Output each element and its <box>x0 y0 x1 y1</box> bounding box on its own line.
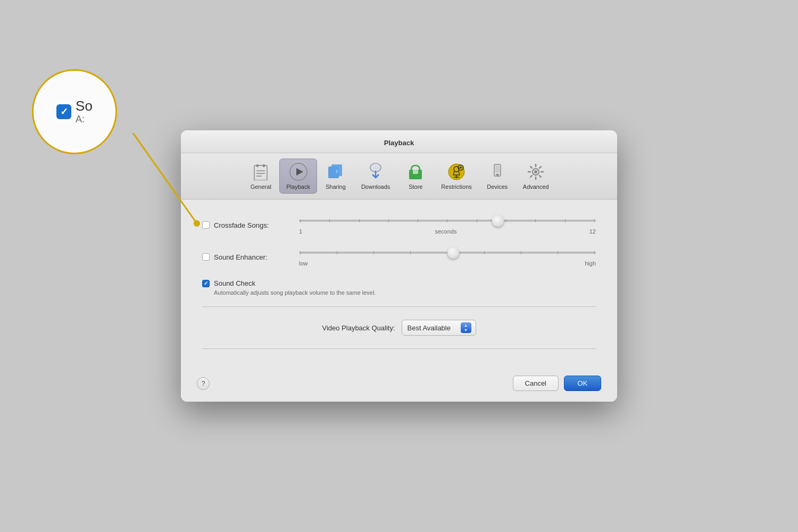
svg-marker-9 <box>296 168 303 176</box>
dropdown-arrow-icon <box>461 322 471 333</box>
devices-icon <box>488 162 507 181</box>
crossfade-min-label: 1 <box>299 228 302 235</box>
sound-enhancer-checkbox[interactable] <box>202 253 210 261</box>
crossfade-row: Crossfade Songs: 1 second <box>202 215 596 235</box>
divider-2 <box>202 348 596 349</box>
svg-line-42 <box>530 176 532 177</box>
svg-rect-2 <box>254 165 267 180</box>
toolbar-item-sharing[interactable]: ♪ Sharing <box>317 159 354 194</box>
sound-enhancer-slider-container: low high <box>299 247 596 267</box>
divider-1 <box>202 306 596 307</box>
general-icon <box>251 162 270 181</box>
svg-point-34 <box>534 170 537 173</box>
restrictions-icon <box>447 162 466 181</box>
svg-point-32 <box>496 175 498 177</box>
toolbar-label-advanced: Advanced <box>523 184 549 190</box>
sound-enhancer-slider-labels: low high <box>299 260 596 267</box>
toolbar-item-devices[interactable]: Devices <box>479 159 516 194</box>
toolbar-item-general[interactable]: General <box>242 159 279 194</box>
crossfade-center-label: seconds <box>435 228 456 235</box>
toolbar: General Playback ♪ Sharing <box>181 153 617 200</box>
toolbar-label-devices: Devices <box>487 184 508 190</box>
toolbar-label-restrictions: Restrictions <box>441 184 471 190</box>
advanced-icon <box>526 162 545 181</box>
cancel-button[interactable]: Cancel <box>513 376 559 391</box>
dialog-footer: ? Cancel OK <box>181 368 617 402</box>
crossfade-slider-labels: 1 seconds 12 <box>299 228 596 235</box>
callout-checkbox-icon <box>56 104 71 119</box>
svg-rect-4 <box>263 164 265 167</box>
toolbar-item-restrictions[interactable]: Restrictions <box>434 159 478 194</box>
crossfade-label: Crossfade Songs: <box>214 221 288 229</box>
svg-line-39 <box>530 167 532 168</box>
sound-enhancer-row: Sound Enhancer: low high <box>202 247 596 267</box>
toolbar-item-downloads[interactable]: Downloads <box>354 159 397 194</box>
crossfade-checkbox[interactable] <box>202 221 210 229</box>
crossfade-slider-thumb[interactable] <box>492 215 504 227</box>
svg-point-14 <box>370 163 381 172</box>
sound-enhancer-max-label: high <box>585 260 596 267</box>
callout-zoom: So A: <box>32 69 117 154</box>
sound-check-description: Automatically adjusts song playback volu… <box>214 289 596 296</box>
toolbar-label-sharing: Sharing <box>326 184 346 190</box>
sound-enhancer-label: Sound Enhancer: <box>214 253 288 261</box>
toolbar-item-playback[interactable]: Playback <box>279 159 317 194</box>
title-bar: Playback <box>181 130 617 153</box>
crossfade-max-label: 12 <box>589 228 596 235</box>
playback-icon <box>289 162 308 181</box>
svg-rect-3 <box>256 164 259 167</box>
help-button[interactable]: ? <box>197 377 210 390</box>
toolbar-label-general: General <box>251 184 271 190</box>
store-icon <box>406 162 425 181</box>
crossfade-slider-line <box>299 220 596 222</box>
toolbar-label-store: Store <box>409 184 422 190</box>
crossfade-slider-container: 1 seconds 12 <box>299 215 596 235</box>
toolbar-item-store[interactable]: Store <box>397 159 434 194</box>
downloads-icon <box>366 162 385 181</box>
sound-enhancer-slider-thumb[interactable] <box>447 247 459 259</box>
crossfade-ticks <box>299 219 596 222</box>
button-group: Cancel OK <box>513 376 601 391</box>
svg-line-41 <box>539 167 541 168</box>
callout-text-main: So <box>76 98 93 114</box>
content-area: Crossfade Songs: 1 second <box>181 200 617 368</box>
toolbar-label-playback: Playback <box>286 184 310 190</box>
video-quality-dropdown[interactable]: Best Available <box>402 320 476 336</box>
sound-check-row: Sound Check <box>202 279 596 287</box>
sharing-icon: ♪ <box>326 162 345 181</box>
video-quality-value: Best Available <box>408 324 451 332</box>
video-quality-label: Video Playback Quality: <box>322 324 395 332</box>
svg-rect-17 <box>413 170 418 174</box>
dialog-title: Playback <box>384 139 414 147</box>
callout-text-sub: A: <box>76 114 93 125</box>
crossfade-slider-track[interactable] <box>299 215 596 226</box>
sound-enhancer-slider-line <box>299 252 596 254</box>
sound-check-checkbox[interactable] <box>202 280 210 287</box>
sound-check-label: Sound Check <box>214 279 255 287</box>
svg-line-40 <box>539 176 541 177</box>
video-quality-row: Video Playback Quality: Best Available <box>202 320 596 336</box>
svg-rect-30 <box>495 165 500 173</box>
toolbar-label-downloads: Downloads <box>361 184 390 190</box>
toolbar-item-advanced[interactable]: Advanced <box>516 159 556 194</box>
svg-text:♪: ♪ <box>335 168 338 174</box>
ok-button[interactable]: OK <box>564 376 601 391</box>
sound-enhancer-min-label: low <box>299 260 308 267</box>
dialog-window: Playback General <box>181 130 617 402</box>
sound-check-section: Sound Check Automatically adjusts song p… <box>202 279 596 296</box>
sound-enhancer-slider-track[interactable] <box>299 247 596 258</box>
